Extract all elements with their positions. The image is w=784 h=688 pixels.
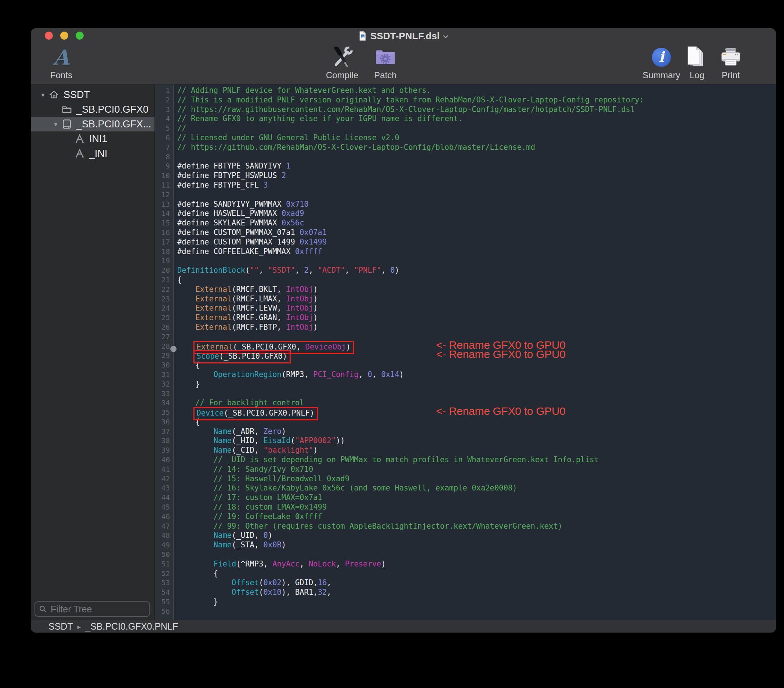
- line-number: 42: [155, 474, 173, 484]
- disclosure-triangle-icon[interactable]: ▼: [38, 92, 48, 98]
- editor-code[interactable]: // Adding PNLF device for WhateverGreen.…: [174, 84, 776, 620]
- code-line[interactable]: // 17: custom LMAX=0x7a1: [177, 493, 776, 503]
- code-line[interactable]: // This is a modified PNLF version origi…: [177, 96, 776, 105]
- line-number: 4: [155, 114, 173, 124]
- code-line[interactable]: // https://github.com/RehabMan/OS-X-Clov…: [177, 143, 776, 152]
- code-line[interactable]: [177, 190, 776, 200]
- code-line[interactable]: #define SKYLAKE_PWMMAX 0x56c: [177, 218, 776, 228]
- line-number: 46: [155, 512, 173, 522]
- annotation-box: Scope(_SB.PCI0.GFX0): [193, 350, 291, 363]
- sidebar-item-ini1[interactable]: INI1: [31, 132, 155, 146]
- code-line[interactable]: [177, 152, 776, 162]
- home-icon: [48, 89, 60, 101]
- tree-item-label: _INI: [89, 148, 107, 159]
- code-line[interactable]: #define HASWELL_PWMMAX 0xad9: [177, 209, 776, 218]
- print-button[interactable]: Print: [714, 46, 747, 81]
- code-line[interactable]: Offset(0x02), GDID,16,: [177, 578, 776, 588]
- filter-tree-field[interactable]: [35, 601, 150, 617]
- tree-item-label: SSDT: [64, 89, 90, 101]
- code-line[interactable]: Offset(0x10), BAR1,32,: [177, 588, 776, 597]
- code-line[interactable]: External(RMCF.LMAX, IntObj): [177, 294, 776, 304]
- code-line[interactable]: // Rename GFX0 to anything else if your …: [177, 114, 776, 124]
- line-number: 1: [155, 86, 173, 96]
- summary-button[interactable]: i Summary: [640, 46, 683, 81]
- zoom-button[interactable]: [76, 31, 84, 40]
- gutter-marker-dot: [170, 346, 176, 352]
- code-line[interactable]: Name(_ADR, Zero): [177, 427, 776, 437]
- line-number: 33: [155, 389, 173, 399]
- fonts-icon: A: [53, 46, 69, 69]
- code-line[interactable]: // https://raw.githubusercontent.com/Reh…: [177, 105, 776, 115]
- code-line[interactable]: // 14: Sandy/Ivy 0x710: [177, 465, 776, 474]
- code-line[interactable]: {: [177, 569, 776, 579]
- code-line[interactable]: // 19: CoffeeLake 0xffff: [177, 512, 776, 522]
- breadcrumb-separator-icon: ▸: [77, 622, 81, 631]
- code-line[interactable]: // 99: Other (requires custom AppleBackl…: [177, 522, 776, 531]
- line-number: 54: [155, 588, 173, 597]
- code-line[interactable]: External(RMCF.LEVW, IntObj): [177, 304, 776, 313]
- sidebar-item-sb-pci0-gfx0[interactable]: _SB.PCI0.GFX0: [31, 102, 155, 117]
- code-line[interactable]: External(RMCF.BKLT, IntObj): [177, 285, 776, 294]
- code-line[interactable]: Name(_CID, "backlight"): [177, 446, 776, 455]
- code-editor[interactable]: 1234567891011121314151617181920212223242…: [155, 84, 776, 620]
- line-number: 49: [155, 540, 173, 550]
- sidebar-item-ssdt[interactable]: ▼SSDT: [31, 87, 155, 102]
- code-line[interactable]: {: [177, 276, 776, 285]
- code-line[interactable]: External(RMCF.GRAN, IntObj): [177, 313, 776, 323]
- code-line[interactable]: DefinitionBlock("", "SSDT", 2, "ACDT", "…: [177, 266, 776, 276]
- minimize-button[interactable]: [60, 31, 68, 40]
- sidebar-item-ini[interactable]: _INI: [31, 146, 155, 161]
- code-line[interactable]: // 15: Haswell/Broadwell 0xad9: [177, 474, 776, 484]
- document-icon: [358, 31, 367, 41]
- code-line[interactable]: // Licensed under GNU General Public Lic…: [177, 133, 776, 143]
- line-number: 11: [155, 181, 173, 190]
- code-line[interactable]: [177, 550, 776, 559]
- code-line[interactable]: #define SANDYIVY_PWMMAX 0x710: [177, 200, 776, 209]
- close-button[interactable]: [45, 31, 53, 40]
- patch-button[interactable]: Patch: [367, 46, 404, 81]
- code-line[interactable]: // 18: custom LMAX=0x1499: [177, 503, 776, 512]
- annotation-box: Device(_SB.PCI0.GFX0.PNLF): [193, 407, 318, 421]
- statusbar-breadcrumb: SSDT ▸ _SB.PCI0.GFX0.PNLF: [31, 620, 776, 633]
- code-line[interactable]: [177, 607, 776, 616]
- code-line[interactable]: // 16: Skylake/KabyLake 0x56c (and some …: [177, 483, 776, 493]
- sidebar-item-sb-pci0-gfx[interactable]: ▼_SB.PCI0.GFX...: [31, 117, 155, 132]
- code-line[interactable]: [177, 256, 776, 266]
- folder-icon: [61, 103, 73, 115]
- code-line[interactable]: OperationRegion(RMP3, PCI_Config, 0, 0x1…: [177, 370, 776, 379]
- code-line[interactable]: Name(_HID, EisaId("APP0002")): [177, 436, 776, 446]
- code-line[interactable]: Device(_SB.PCI0.GFX0.PNLF)<- Rename GFX0…: [177, 408, 776, 417]
- line-number: 27: [155, 332, 173, 342]
- code-line[interactable]: // _UID is set depending on PWMMax to ma…: [177, 455, 776, 465]
- log-pages-icon: [687, 46, 707, 69]
- line-number: 29: [155, 351, 173, 361]
- line-number: 43: [155, 483, 173, 493]
- code-line[interactable]: #define FBTYPE_CFL 3: [177, 181, 776, 190]
- code-line[interactable]: Scope(_SB.PCI0.GFX0)<- Rename GFX0 to GP…: [177, 351, 776, 361]
- code-line[interactable]: Name(_STA, 0x0B): [177, 540, 776, 550]
- code-line[interactable]: External(RMCF.FBTP, IntObj): [177, 323, 776, 332]
- code-line[interactable]: Name(_UID, 0): [177, 531, 776, 540]
- compile-button[interactable]: Compile: [321, 46, 363, 81]
- code-line[interactable]: // Adding PNLF device for WhateverGreen.…: [177, 86, 776, 96]
- code-line[interactable]: //: [177, 124, 776, 133]
- line-number: 47: [155, 522, 173, 531]
- code-line[interactable]: [177, 389, 776, 399]
- disclosure-triangle-icon[interactable]: ▼: [51, 121, 61, 127]
- chevron-down-icon[interactable]: [443, 33, 448, 38]
- code-line[interactable]: #define FBTYPE_SANDYIVY 1: [177, 162, 776, 171]
- code-line[interactable]: #define FBTYPE_HSWPLUS 2: [177, 171, 776, 181]
- line-number: 45: [155, 503, 173, 512]
- code-line[interactable]: #define CUSTOM_PWMMAX_07a1 0x07a1: [177, 228, 776, 238]
- code-line[interactable]: Field(^RMP3, AnyAcc, NoLock, Preserve): [177, 559, 776, 569]
- line-number: 56: [155, 607, 173, 616]
- log-button[interactable]: Log: [684, 46, 710, 81]
- filter-tree-input[interactable]: [50, 604, 155, 615]
- sidebar: ▼SSDT_SB.PCI0.GFX0▼_SB.PCI0.GFX...INI1_I…: [31, 84, 155, 620]
- code-line[interactable]: }: [177, 379, 776, 389]
- code-line[interactable]: #define CUSTOM_PWMMAX_1499 0x1499: [177, 238, 776, 247]
- code-line[interactable]: }: [177, 597, 776, 607]
- fonts-button[interactable]: A Fonts: [41, 46, 81, 81]
- code-line[interactable]: #define COFFEELAKE_PWMMAX 0xffff: [177, 247, 776, 257]
- line-number: 16: [155, 228, 173, 238]
